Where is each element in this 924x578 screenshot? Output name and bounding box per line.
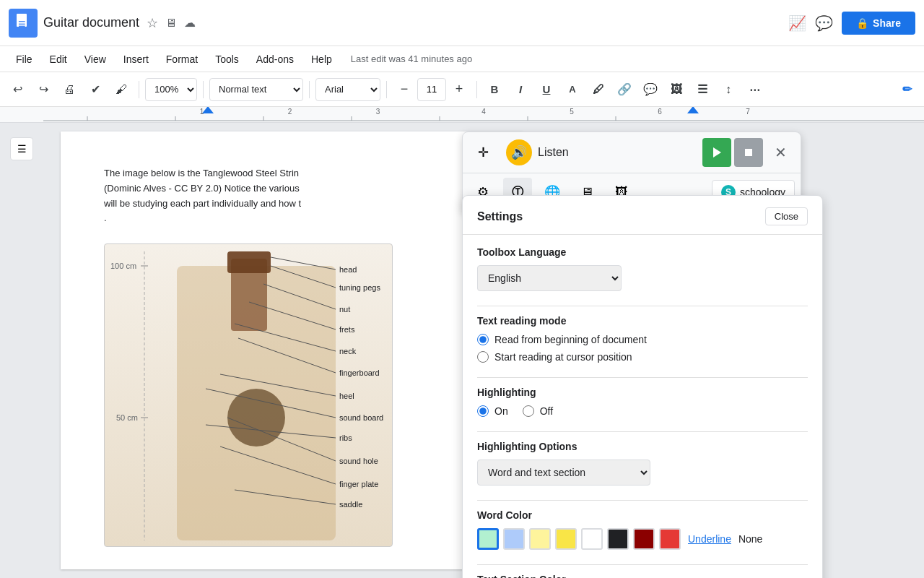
none-option[interactable]: None [738,533,762,545]
text-reading-mode-label: Text reading mode [477,315,808,327]
menu-insert[interactable]: Insert [116,51,156,68]
cloud-icon[interactable]: ☁ [184,16,196,30]
sidebar-layout-icon[interactable]: ☰ [10,137,33,160]
start-at-cursor-option[interactable]: Start reading at cursor position [477,351,808,363]
drive-icon[interactable]: 🖥 [165,17,177,30]
menu-tools[interactable]: Tools [208,51,246,68]
comment-button[interactable]: 💬 [639,78,662,101]
lock-icon: 🔒 [856,17,868,29]
word-color-label: Word Color [477,509,808,521]
ruler-inner: 1 2 3 4 5 6 7 [43,107,924,122]
zoom-select[interactable]: 100% [145,78,197,101]
chat-icon[interactable]: 💬 [815,14,833,32]
italic-button[interactable]: I [509,78,532,101]
color-swatch-dark-red[interactable] [633,528,655,550]
color-swatch-yellow[interactable] [555,528,577,550]
print-button[interactable]: 🖨 [58,78,81,101]
bold-button[interactable]: B [483,78,506,101]
highlighting-options-select[interactable]: Word and text section [477,460,650,486]
listen-area: 🔊 Listen [500,139,699,165]
paint-format-button[interactable]: 🖌 [110,78,133,101]
toolbar: ↩ ↪ 🖨 ✔ 🖌 100% Normal text Arial − + B I… [0,72,924,107]
underline-option[interactable]: Underline [688,533,731,545]
highlighting-off-option[interactable]: Off [523,405,553,417]
move-button[interactable]: ✛ [468,138,497,167]
divider-options [477,500,808,501]
svg-point-28 [227,389,285,447]
image-button[interactable]: 🖼 [665,78,688,101]
close-settings-button[interactable]: Close [765,207,808,225]
font-size-increase[interactable]: + [448,78,471,101]
text-color-button[interactable]: A [561,78,584,101]
highlighting-on-radio[interactable] [477,405,489,417]
divider-lang [477,306,808,306]
start-at-cursor-label: Start reading at cursor position [494,351,632,363]
svg-text:6: 6 [658,108,662,116]
highlight-button[interactable]: 🖊 [587,78,610,101]
menu-file[interactable]: File [9,51,40,68]
read-from-beginning-radio[interactable] [477,334,489,345]
word-color-swatches: Underline None [477,528,808,550]
svg-text:saddle: saddle [339,500,362,509]
read-from-beginning-option[interactable]: Read from beginning of document [477,334,808,345]
link-button[interactable]: 🔗 [613,78,636,101]
font-size-area: − + [393,78,471,101]
color-swatch-mint[interactable] [477,528,499,550]
reading-mode-radio-group: Read from beginning of document Start re… [477,334,808,363]
menu-edit[interactable]: Edit [43,51,74,68]
divider-2 [203,81,204,98]
highlight-select-wrap: Word and text section [477,460,808,486]
stop-button[interactable] [734,138,763,167]
highlighting-on-option[interactable]: On [477,405,508,417]
color-swatch-red[interactable] [659,528,681,550]
svg-text:1: 1 [200,108,204,116]
off-label: Off [540,405,553,417]
last-edit: Last edit was 41 minutes ago [351,53,472,64]
star-icon[interactable]: ☆ [147,15,158,31]
edit-mode-button[interactable]: ✏ [895,78,918,101]
divider-word-color [477,564,808,565]
underline-button[interactable]: U [535,78,558,101]
color-swatch-blue[interactable] [503,528,525,550]
spell-check-button[interactable]: ✔ [84,78,107,101]
more-options-button[interactable]: ⋯ [743,78,766,101]
doc-icon: ≡ [9,9,38,38]
align-button[interactable]: ☰ [691,78,714,101]
font-size-input[interactable] [417,78,446,101]
svg-text:ribs: ribs [339,434,352,442]
language-select[interactable]: English [477,265,622,291]
divider-3 [309,81,310,98]
menu-bar: File Edit View Insert Format Tools Add-o… [0,46,924,72]
color-swatch-yellow-light[interactable] [529,528,551,550]
doc-title[interactable]: Guitar document [43,15,139,30]
menu-help[interactable]: Help [304,51,339,68]
color-swatch-black[interactable] [607,528,629,550]
menu-addons[interactable]: Add-ons [249,51,301,68]
menu-view[interactable]: View [77,51,113,68]
redo-button[interactable]: ↪ [32,78,55,101]
highlighting-section: Highlighting On Off [477,387,808,417]
font-size-decrease[interactable]: − [393,78,416,101]
svg-rect-27 [227,251,271,273]
svg-text:heel: heel [339,392,354,400]
paragraph-style-select[interactable]: Normal text [209,78,303,101]
divider-5 [476,81,477,98]
top-bar: ≡ Guitar document ☆ 🖥 ☁ 📈 💬 🔒 Share [0,0,924,46]
play-button[interactable] [702,138,731,167]
svg-text:50 cm: 50 cm [116,413,138,422]
share-button[interactable]: 🔒 Share [842,12,915,35]
svg-text:frets: frets [339,325,355,334]
settings-header: Settings Close [463,196,822,235]
line-spacing-button[interactable]: ↕ [717,78,740,101]
highlighting-off-radio[interactable] [523,405,534,417]
undo-button[interactable]: ↩ [6,78,29,101]
menu-format[interactable]: Format [159,51,205,68]
color-swatch-white[interactable] [581,528,603,550]
divider-reading [477,377,808,378]
close-floating-toolbar-button[interactable]: ✕ [766,138,795,167]
svg-text:fingerboard: fingerboard [339,368,380,377]
doc-area: ☰ The image below is the Tanglewood Stee… [0,123,924,578]
font-select[interactable]: Arial [315,78,380,101]
start-at-cursor-radio[interactable] [477,351,489,363]
activity-icon[interactable]: 📈 [788,14,806,32]
